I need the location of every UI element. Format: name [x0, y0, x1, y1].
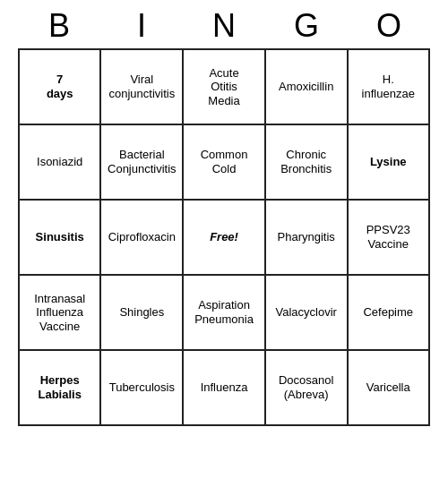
bingo-cell: Varicella [348, 350, 430, 425]
bingo-cell: ChronicBronchitis [265, 124, 348, 200]
bingo-cell: HerpesLabialis [19, 350, 100, 425]
bingo-cell: IntranasalInfluenzaVaccine [19, 275, 100, 350]
bingo-cell: PPSV23Vaccine [348, 200, 430, 275]
title-letter-i: I [104, 7, 179, 45]
bingo-cell: Sinusitis [19, 200, 100, 275]
bingo-cell: Ciprofloxacin [100, 200, 183, 275]
bingo-cell: Lysine [348, 124, 430, 200]
bingo-grid: 7daysViralconjunctivitisAcuteOtitisMedia… [18, 48, 430, 426]
table-row: IsoniazidBacterialConjunctivitisCommonCo… [19, 124, 429, 200]
bingo-cell: CommonCold [183, 124, 265, 200]
bingo-cell: Amoxicillin [265, 49, 348, 124]
title-letter-b: B [22, 7, 97, 45]
bingo-cell: Pharyngitis [265, 200, 348, 275]
bingo-cell: AspirationPneumonia [183, 275, 265, 350]
table-row: HerpesLabialisTuberculosisInfluenzaDocos… [19, 350, 429, 425]
bingo-title: B I N G O [18, 0, 430, 48]
bingo-cell: Cefepime [348, 275, 430, 350]
bingo-cell: Isoniazid [19, 124, 100, 200]
table-row: SinusitisCiprofloxacinFree!PharyngitisPP… [19, 200, 429, 275]
bingo-cell: 7days [19, 49, 100, 124]
bingo-cell: AcuteOtitisMedia [183, 49, 265, 124]
bingo-cell: BacterialConjunctivitis [100, 124, 183, 200]
bingo-cell: Docosanol(Abreva) [265, 350, 348, 425]
bingo-cell: Shingles [100, 275, 183, 350]
title-letter-n: N [186, 7, 262, 45]
bingo-cell: Free! [183, 200, 265, 275]
table-row: IntranasalInfluenzaVaccineShinglesAspira… [19, 275, 429, 350]
title-letter-o: O [351, 7, 426, 45]
bingo-cell: Viralconjunctivitis [100, 49, 183, 124]
title-letter-g: G [269, 7, 344, 45]
bingo-cell: Valacyclovir [265, 275, 348, 350]
bingo-cell: Tuberculosis [100, 350, 183, 425]
bingo-cell: H.influenzae [348, 49, 430, 124]
bingo-cell: Influenza [183, 350, 265, 425]
table-row: 7daysViralconjunctivitisAcuteOtitisMedia… [19, 49, 429, 124]
